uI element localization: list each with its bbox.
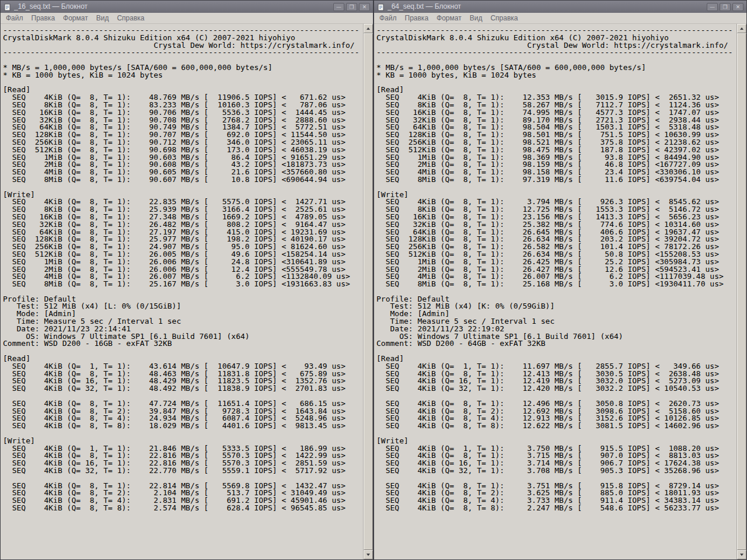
window-title: _16_seq.txt — Блокнот bbox=[14, 1, 88, 13]
window-controls: — ❐ ✕ bbox=[707, 3, 743, 11]
text-content[interactable]: ----------------------------------------… bbox=[1, 24, 363, 559]
vertical-scrollbar[interactable] bbox=[363, 24, 373, 559]
scroll-down-button[interactable] bbox=[737, 550, 746, 559]
minimize-button[interactable]: — bbox=[333, 3, 344, 11]
edit-area: ----------------------------------------… bbox=[1, 24, 373, 559]
menubar: Файл Правка Формат Вид Справка bbox=[374, 13, 746, 24]
notepad-icon[interactable] bbox=[377, 3, 385, 10]
arrow-up-icon bbox=[740, 27, 743, 30]
scrollbar-track[interactable] bbox=[737, 33, 746, 550]
menu-view[interactable]: Вид bbox=[92, 13, 113, 23]
menu-edit[interactable]: Правка bbox=[401, 13, 433, 23]
menu-view[interactable]: Вид bbox=[466, 13, 487, 23]
notepad-window-64: _64_seq.txt — Блокнот — ❐ ✕ Файл Правка … bbox=[374, 0, 747, 560]
edit-area: ----------------------------------------… bbox=[374, 24, 746, 559]
scrollbar-thumb[interactable] bbox=[364, 33, 373, 550]
scrollbar-track[interactable] bbox=[364, 33, 373, 550]
window-title: _64_seq.txt — Блокнот bbox=[388, 1, 461, 13]
scroll-down-button[interactable] bbox=[364, 550, 373, 559]
minimize-button[interactable]: — bbox=[707, 3, 718, 11]
menu-format[interactable]: Формат bbox=[59, 13, 92, 23]
menu-edit[interactable]: Правка bbox=[27, 13, 60, 23]
scrollbar-thumb[interactable] bbox=[737, 33, 746, 550]
menu-format[interactable]: Формат bbox=[432, 13, 466, 23]
maximize-button[interactable]: ❐ bbox=[346, 3, 357, 11]
arrow-up-icon bbox=[366, 27, 370, 30]
arrow-down-icon bbox=[366, 554, 370, 556]
text-content[interactable]: ----------------------------------------… bbox=[374, 24, 736, 559]
menu-file[interactable]: Файл bbox=[375, 13, 401, 23]
menu-help[interactable]: Справка bbox=[486, 13, 522, 23]
menubar: Файл Правка Формат Вид Справка bbox=[1, 13, 373, 24]
menu-file[interactable]: Файл bbox=[2, 13, 27, 23]
vertical-scrollbar[interactable] bbox=[736, 24, 746, 559]
titlebar[interactable]: _64_seq.txt — Блокнот — ❐ ✕ bbox=[374, 1, 746, 13]
menu-help[interactable]: Справка bbox=[113, 13, 148, 23]
maximize-button[interactable]: ❐ bbox=[720, 3, 731, 11]
window-controls: — ❐ ✕ bbox=[333, 3, 370, 11]
titlebar[interactable]: _16_seq.txt — Блокнот — ❐ ✕ bbox=[1, 1, 373, 13]
notepad-icon[interactable] bbox=[4, 3, 11, 10]
close-button[interactable]: ✕ bbox=[359, 3, 370, 11]
close-button[interactable]: ✕ bbox=[732, 3, 743, 11]
notepad-window-16: _16_seq.txt — Блокнот — ❐ ✕ Файл Правка … bbox=[0, 0, 374, 560]
scroll-up-button[interactable] bbox=[364, 24, 373, 33]
arrow-down-icon bbox=[740, 554, 743, 556]
scroll-up-button[interactable] bbox=[737, 24, 746, 33]
